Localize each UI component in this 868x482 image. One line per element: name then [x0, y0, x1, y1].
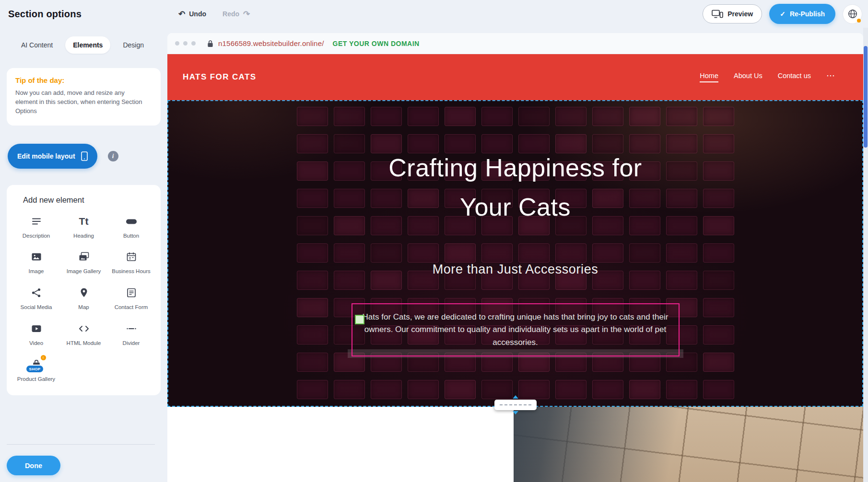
element-divider[interactable]: Divider	[107, 321, 155, 347]
tab-elements[interactable]: Elements	[65, 36, 110, 54]
element-map[interactable]: Map	[60, 286, 107, 311]
tile	[703, 353, 734, 372]
section-resize-handle[interactable]	[494, 395, 537, 414]
site-header: HATS FOR CATS Home About Us Contact us ⋯	[167, 54, 863, 100]
tile	[297, 243, 328, 263]
browser-bar: n1566589.websitebuilder.online/ GET YOUR…	[167, 33, 863, 54]
button-icon	[125, 214, 138, 229]
element-image-gallery[interactable]: Image Gallery	[60, 250, 107, 275]
window-dot	[183, 41, 188, 46]
element-drag-handle[interactable]	[355, 315, 364, 324]
window-dot	[191, 41, 196, 46]
tile	[555, 243, 586, 263]
tile	[703, 325, 734, 344]
tile	[629, 243, 660, 263]
tile	[703, 298, 734, 317]
republish-button[interactable]: ✓ Re-Publish	[769, 4, 835, 24]
nav-contact-us[interactable]: Contact us	[778, 72, 811, 82]
tile	[297, 380, 328, 399]
next-section-blank-area	[167, 407, 514, 482]
hero-section[interactable]: Crafting Happiness for Your Cats More th…	[167, 100, 863, 407]
tile	[408, 243, 439, 263]
element-label: Map	[78, 304, 89, 311]
hero-paragraph: Hats for Cats, we are dedicated to craft…	[352, 304, 679, 356]
nav-more-icon[interactable]: ⋯	[826, 70, 835, 84]
tile	[408, 380, 439, 399]
element-heading[interactable]: Tt Heading	[60, 214, 107, 240]
language-globe-button[interactable]	[843, 4, 862, 24]
resize-arrow-down-icon	[513, 411, 518, 414]
undo-button[interactable]: ↶ Undo	[178, 10, 206, 18]
tile	[518, 107, 550, 126]
republish-label: Re-Publish	[790, 10, 825, 18]
element-button[interactable]: Button	[107, 214, 155, 240]
tile	[445, 107, 476, 126]
lock-icon	[207, 40, 213, 47]
redo-button[interactable]: Redo ↷	[223, 10, 250, 18]
element-label: Video	[29, 340, 43, 347]
image-icon	[30, 250, 43, 264]
tile	[666, 380, 697, 399]
tab-design[interactable]: Design	[115, 36, 152, 54]
tile	[481, 107, 513, 126]
tile	[371, 107, 402, 126]
redo-label: Redo	[223, 10, 239, 18]
element-grid: Description Tt Heading Button	[12, 214, 155, 383]
done-button[interactable]: Done	[7, 456, 60, 475]
edit-mobile-layout-button[interactable]: Edit mobile layout	[8, 144, 97, 169]
hero-subtitle[interactable]: More than Just Accessories	[167, 262, 863, 277]
page-scrollbar[interactable]	[863, 28, 868, 482]
check-icon: ✓	[780, 10, 786, 18]
window-controls	[175, 41, 196, 46]
element-video[interactable]: Video	[12, 321, 60, 347]
info-icon[interactable]: i	[108, 151, 118, 161]
element-description[interactable]: Description	[12, 214, 60, 240]
tile	[297, 325, 328, 344]
next-section-preview	[167, 407, 863, 482]
tile	[555, 107, 586, 126]
element-image[interactable]: Image	[12, 250, 60, 275]
tile	[371, 380, 402, 399]
element-label: Divider	[123, 340, 140, 347]
nav-home[interactable]: Home	[700, 72, 718, 82]
nav-about-us[interactable]: About Us	[734, 72, 762, 82]
tile	[481, 243, 513, 263]
element-contact-form[interactable]: Contact Form	[107, 286, 155, 311]
hero-title-line-2: Your Cats	[167, 187, 863, 227]
scrollbar-thumb[interactable]	[864, 46, 868, 148]
element-social-media[interactable]: Social Media	[12, 286, 60, 311]
undo-label: Undo	[189, 10, 206, 18]
element-label: Image	[29, 268, 44, 275]
hero-title[interactable]: Crafting Happiness for Your Cats	[167, 148, 863, 227]
contact-form-icon	[126, 286, 137, 300]
mobile-layout-row: Edit mobile layout i	[7, 144, 161, 169]
tile	[445, 243, 476, 263]
add-new-element-card: Add new element Description Tt Heading	[7, 185, 161, 396]
tip-body: Now you can add, move and resize any ele…	[15, 89, 145, 116]
get-domain-link[interactable]: GET YOUR OWN DOMAIN	[333, 40, 420, 47]
resize-pill	[494, 400, 537, 410]
element-product-gallery[interactable]: SHOP ↑ Product Gallery	[12, 357, 60, 383]
element-business-hours[interactable]: Business Hours	[107, 250, 155, 275]
tile	[592, 107, 623, 126]
preview-button[interactable]: Preview	[703, 4, 762, 23]
tile	[408, 107, 439, 126]
site-logo[interactable]: HATS FOR CATS	[183, 72, 257, 82]
social-media-icon	[31, 286, 42, 300]
resize-dash-line	[500, 404, 531, 405]
element-html-module[interactable]: HTML Module	[60, 321, 107, 347]
sidebar-tabs: AI Content Elements Design	[7, 36, 161, 54]
selected-paragraph-element[interactable]: Hats for Cats, we are dedicated to craft…	[352, 303, 680, 356]
tile	[518, 243, 550, 263]
element-label: Heading	[73, 232, 94, 240]
add-new-element-title: Add new element	[23, 195, 155, 205]
element-label: Description	[23, 232, 50, 240]
undo-icon: ↶	[178, 10, 185, 18]
tile	[629, 107, 660, 126]
section-options-sidebar: AI Content Elements Design Tip of the da…	[0, 28, 167, 482]
tab-ai-content[interactable]: AI Content	[13, 36, 60, 54]
divider-icon	[125, 321, 138, 336]
history-controls: ↶ Undo Redo ↷	[178, 0, 250, 28]
sidebar-divider	[7, 444, 155, 445]
element-label: Product Gallery	[17, 376, 55, 383]
